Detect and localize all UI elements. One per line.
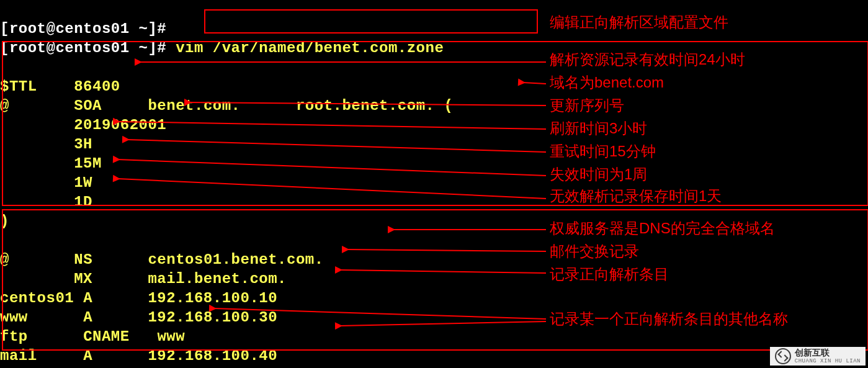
cmd-highlight-box	[204, 9, 538, 34]
annot-serial: 更新序列号	[550, 96, 624, 115]
annot-minimum: 无效解析记录保存时间1天	[550, 186, 722, 206]
annot-soa: 域名为benet.com	[550, 73, 664, 92]
annot-expire: 失效时间为1周	[550, 164, 647, 184]
annot-cmd: 编辑正向解析区域配置文件	[550, 12, 728, 32]
watermark: 创新互联 CHUANG XIN HU LIAN	[770, 347, 866, 366]
annot-mx: 邮件交换记录	[550, 241, 639, 261]
annot-ttl: 解析资源记录有效时间24小时	[550, 50, 745, 70]
watermark-title: 创新互联	[795, 348, 861, 357]
watermark-logo-icon	[775, 348, 791, 364]
watermark-sub: CHUANG XIN HU LIAN	[795, 358, 861, 364]
annot-ns: 权威服务器是DNS的完全合格域名	[550, 218, 775, 238]
annot-refresh: 刷新时间3小时	[550, 119, 647, 138]
annot-cname: 记录某一个正向解析条目的其他名称	[550, 309, 788, 329]
prompt-previous: [root@centos01 ~]#	[0, 20, 166, 37]
annot-a: 记录正向解析条目	[550, 264, 669, 284]
annot-retry: 重试时间15分钟	[550, 141, 656, 161]
